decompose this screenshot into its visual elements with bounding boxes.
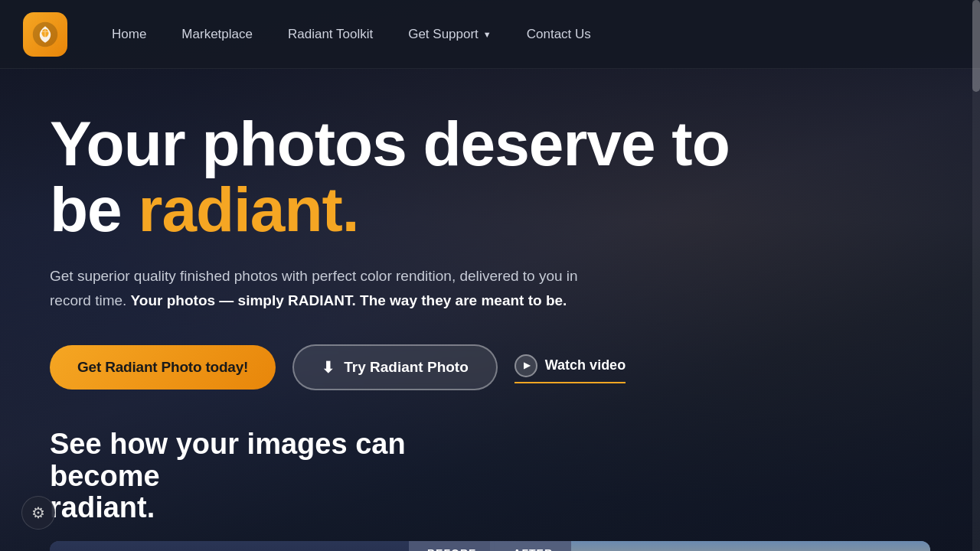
dropdown-arrow-icon: ▼ (483, 30, 492, 39)
hero-buttons: Get Radiant Photo today! ⬇ Try Radiant P… (50, 344, 930, 390)
scrollbar-track[interactable] (972, 0, 980, 551)
get-radiant-photo-button[interactable]: Get Radiant Photo today! (50, 345, 276, 390)
before-label: BEFORE (409, 541, 495, 551)
brand-logo[interactable] (23, 12, 67, 57)
nav-get-support[interactable]: Get Support ▼ (394, 21, 505, 48)
hero-highlight-word: radiant. (138, 174, 358, 244)
settings-gear-button[interactable]: ⚙ (21, 496, 55, 530)
nav-home[interactable]: Home (98, 21, 160, 47)
play-icon: ▶ (514, 354, 537, 377)
hero-subtitle-bold: Your photos — simply RADIANT. The way th… (131, 292, 567, 308)
hero-subtitle: Get superior quality finished photos wit… (50, 264, 586, 312)
after-label: AFTER (495, 541, 571, 551)
navbar: Home Marketplace Radiant Toolkit Get Sup… (0, 0, 980, 69)
scrollbar-thumb[interactable] (972, 0, 980, 92)
hero-title: Your photos deserve to be radiant. (50, 111, 815, 243)
nav-radiant-toolkit[interactable]: Radiant Toolkit (274, 21, 387, 47)
nav-contact-us[interactable]: Contact Us (513, 21, 605, 47)
before-after-labels: BEFORE AFTER (409, 541, 571, 551)
watch-video-button[interactable]: ▶ Watch video (514, 351, 626, 383)
hero-section: Your photos deserve to be radiant. Get s… (0, 69, 980, 390)
see-how-title: See how your images can become radiant. (50, 429, 433, 524)
nav-links: Home Marketplace Radiant Toolkit Get Sup… (98, 21, 605, 48)
try-radiant-photo-button[interactable]: ⬇ Try Radiant Photo (292, 344, 498, 390)
before-after-container: BEFORE AFTER (50, 541, 930, 551)
nav-marketplace[interactable]: Marketplace (168, 21, 266, 47)
gear-icon: ⚙ (31, 504, 45, 522)
see-how-section: See how your images can become radiant. (0, 429, 980, 524)
download-icon: ⬇ (322, 358, 335, 377)
